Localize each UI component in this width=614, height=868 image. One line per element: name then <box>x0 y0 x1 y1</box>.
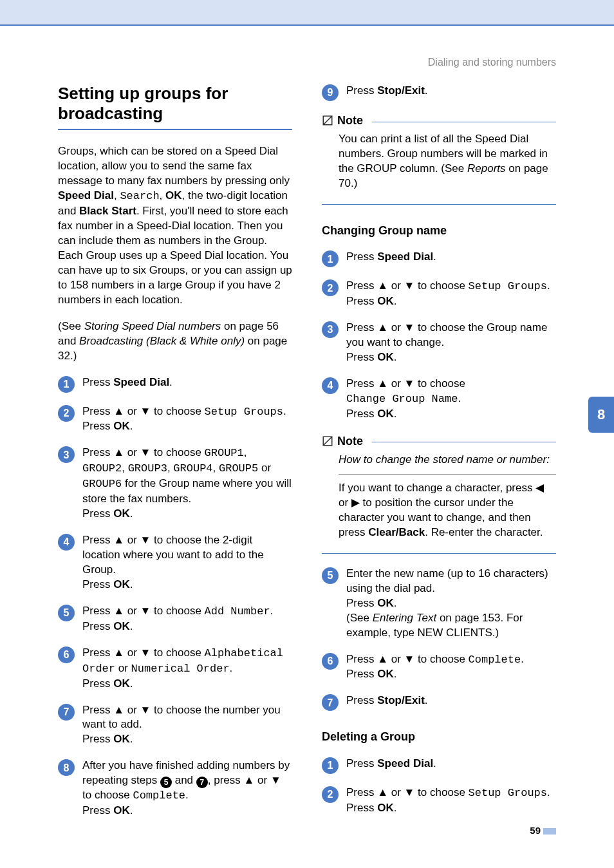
step-body: Press Speed Dial. <box>82 375 292 393</box>
note-body: You can print a list of all the Speed Di… <box>322 132 556 199</box>
intro-paragraph-1: Groups, which can be stored on a Speed D… <box>58 144 292 307</box>
left-step-2: 2 Press ▲ or ▼ to choose Setup Groups. P… <box>58 404 292 435</box>
section-heading: Setting up groups for broadcasting <box>58 84 292 124</box>
note-box-1: Note You can print a list of all the Spe… <box>322 113 556 205</box>
right-b-step-5: 5 Enter the new name (up to 16 character… <box>322 567 556 641</box>
left-step-8: 8 After you have finished adding numbers… <box>58 759 292 818</box>
step-body: Press ▲ or ▼ to choose Complete. Press O… <box>346 652 556 683</box>
step-number-icon: 3 <box>322 321 339 338</box>
heading-rule <box>58 129 292 130</box>
step-number-icon: 8 <box>58 759 75 776</box>
step-body: Press ▲ or ▼ to choose the Group name yo… <box>346 321 556 365</box>
step-body: Press Speed Dial. <box>346 757 556 774</box>
subheading-changing-group-name: Changing Group name <box>322 223 556 238</box>
page-number-bar-icon <box>543 828 556 835</box>
step-number-icon: 1 <box>58 376 75 393</box>
right-a-step-2: 2 Press ▲ or ▼ to choose Setup Groups. P… <box>322 279 556 309</box>
step-body: Press ▲ or ▼ to choose Add Number. Press… <box>82 604 292 634</box>
right-c-step-2: 2 Press ▲ or ▼ to choose Setup Groups. P… <box>322 786 556 816</box>
step-body: Press ▲ or ▼ to choose Change Group Name… <box>346 377 556 422</box>
step-body: Press Stop/Exit. <box>346 693 556 711</box>
right-c-step-1: 1 Press Speed Dial. <box>322 757 556 774</box>
step-number-icon: 5 <box>322 567 339 584</box>
header-breadcrumb: Dialing and storing numbers <box>428 55 556 70</box>
header-band <box>0 0 614 26</box>
step-body: Press ▲ or ▼ to choose GROUP1, GROUP2, G… <box>82 446 292 522</box>
note-title: Note <box>337 433 363 449</box>
note-footer-rule <box>322 553 556 554</box>
step-number-icon: 6 <box>322 653 339 670</box>
step-number-icon: 1 <box>322 757 339 774</box>
right-step-9: 9 Press Stop/Exit. <box>322 84 556 101</box>
step-number-icon: 6 <box>58 646 75 663</box>
step-ref-icon: 7 <box>196 777 208 788</box>
step-number-icon: 4 <box>58 534 75 551</box>
step-body: Press ▲ or ▼ to choose the 2-digit locat… <box>82 533 292 592</box>
note-body: How to change the stored name or number:… <box>322 453 556 548</box>
left-step-5: 5 Press ▲ or ▼ to choose Add Number. Pre… <box>58 604 292 634</box>
left-column: Setting up groups for broadcasting Group… <box>58 84 292 830</box>
left-step-7: 7 Press ▲ or ▼ to choose the number you … <box>58 703 292 748</box>
right-a-step-1: 1 Press Speed Dial. <box>322 250 556 267</box>
note-title: Note <box>337 113 363 128</box>
step-body: Press ▲ or ▼ to choose Setup Groups. Pre… <box>82 404 292 435</box>
step-number-icon: 2 <box>322 786 339 803</box>
step-number-icon: 9 <box>322 84 339 101</box>
step-number-icon: 5 <box>58 605 75 621</box>
step-body: Press ▲ or ▼ to choose Setup Groups. Pre… <box>346 279 556 309</box>
page-content: Setting up groups for broadcasting Group… <box>58 84 556 830</box>
left-step-6: 6 Press ▲ or ▼ to choose Alphabetical Or… <box>58 646 292 692</box>
step-body: Press ▲ or ▼ to choose Alphabetical Orde… <box>82 646 292 692</box>
step-number-icon: 2 <box>322 279 339 296</box>
step-body: Press ▲ or ▼ to choose the number you wa… <box>82 703 292 748</box>
step-number-icon: 7 <box>58 704 75 721</box>
right-a-step-3: 3 Press ▲ or ▼ to choose the Group name … <box>322 321 556 365</box>
right-column: 9 Press Stop/Exit. Note You can print a … <box>322 84 556 830</box>
step-number-icon: 3 <box>58 446 75 463</box>
right-b-step-6: 6 Press ▲ or ▼ to choose Complete. Press… <box>322 652 556 683</box>
note-icon <box>322 115 333 126</box>
step-number-icon: 4 <box>322 377 339 394</box>
intro-paragraph-2: (See Storing Speed Dial numbers on page … <box>58 319 292 364</box>
note-icon <box>322 435 333 447</box>
step-number-icon: 1 <box>322 250 339 267</box>
note-line <box>372 122 556 122</box>
step-body: Press ▲ or ▼ to choose Setup Groups. Pre… <box>346 786 556 816</box>
left-step-3: 3 Press ▲ or ▼ to choose GROUP1, GROUP2,… <box>58 446 292 522</box>
page-number: 59 <box>530 824 556 837</box>
note-footer-rule <box>322 204 556 205</box>
step-body: Press Stop/Exit. <box>346 84 556 101</box>
step-number-icon: 2 <box>58 405 75 422</box>
right-a-step-4: 4 Press ▲ or ▼ to choose Change Group Na… <box>322 377 556 422</box>
note-box-2: Note How to change the stored name or nu… <box>322 433 556 554</box>
step-ref-icon: 5 <box>160 777 172 788</box>
note-lead: How to change the stored name or number: <box>339 453 550 466</box>
chapter-tab: 8 <box>588 397 614 433</box>
left-step-1: 1 Press Speed Dial. <box>58 375 292 393</box>
step-body: Press Speed Dial. <box>346 250 556 267</box>
note-subrule <box>339 474 556 475</box>
subheading-deleting-a-group: Deleting a Group <box>322 729 556 744</box>
right-b-step-7: 7 Press Stop/Exit. <box>322 693 556 711</box>
left-step-4: 4 Press ▲ or ▼ to choose the 2-digit loc… <box>58 533 292 592</box>
step-body: Enter the new name (up to 16 characters)… <box>346 567 556 641</box>
step-body: After you have finished adding numbers b… <box>82 759 292 818</box>
step-number-icon: 7 <box>322 694 339 711</box>
note-line <box>372 442 556 442</box>
